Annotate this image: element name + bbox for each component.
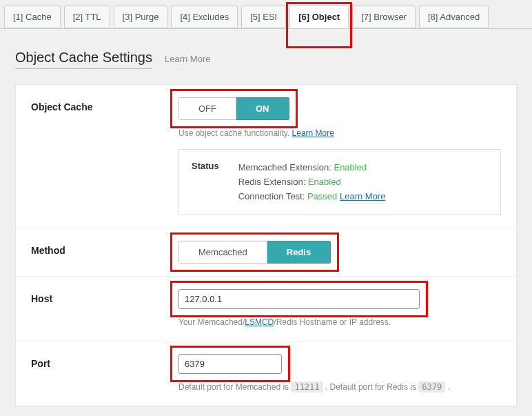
- lsmcd-link[interactable]: LSMCD: [245, 317, 274, 327]
- status-conn-label: Connection Test:: [238, 191, 307, 201]
- status-redis-value: Enabled: [308, 177, 341, 187]
- object-cache-off-button[interactable]: OFF: [178, 97, 236, 120]
- port-label: Port: [31, 354, 178, 369]
- object-cache-desc: Use object cache functionality. Learn Mo…: [178, 127, 501, 139]
- tab-browser[interactable]: [7] Browser: [352, 6, 416, 28]
- tab-purge[interactable]: [3] Purge: [114, 6, 168, 28]
- tab-excludes[interactable]: [4] Excludes: [171, 6, 238, 28]
- host-input[interactable]: [178, 289, 420, 309]
- tab-esi[interactable]: [5] ESI: [241, 6, 286, 28]
- learn-more-link[interactable]: Learn More: [165, 54, 210, 64]
- tab-advanced[interactable]: [8] Advanced: [419, 6, 489, 28]
- status-conn-value: Passed: [307, 191, 337, 201]
- memcached-default-port: 11211: [291, 382, 323, 393]
- status-redis-label: Redis Extension:: [238, 177, 308, 187]
- tab-object[interactable]: [6] Object: [289, 6, 349, 28]
- host-desc: Your Memcached/LSMCD/Redis Hostname or I…: [178, 316, 501, 328]
- method-toggle: Memcached Redis: [178, 241, 331, 264]
- method-redis-button[interactable]: Redis: [267, 241, 331, 264]
- port-input[interactable]: [178, 354, 282, 374]
- tab-ttl[interactable]: [2] TTL: [64, 6, 110, 28]
- object-cache-label: Object Cache: [31, 97, 178, 112]
- port-desc: Default port for Memcached is 11211 . De…: [178, 381, 501, 393]
- status-memcached-value: Enabled: [334, 162, 367, 172]
- status-learn-more-link[interactable]: Learn More: [340, 191, 385, 201]
- status-label: Status: [192, 161, 219, 171]
- status-box: Status Memcached Extension: Enabled Redi…: [178, 149, 501, 215]
- redis-default-port: 6379: [418, 382, 445, 393]
- object-cache-on-button[interactable]: ON: [236, 97, 289, 120]
- settings-tabs: [1] Cache [2] TTL [3] Purge [4] Excludes…: [0, 0, 532, 29]
- object-cache-toggle: OFF ON: [178, 97, 289, 120]
- status-memcached-label: Memcached Extension:: [238, 162, 334, 172]
- object-cache-learn-more-link[interactable]: Learn More: [292, 128, 334, 138]
- page-title: Object Cache Settings: [15, 50, 152, 69]
- settings-panel: Object Cache OFF ON Use object cache fun…: [15, 84, 517, 406]
- method-label: Method: [31, 241, 178, 256]
- method-memcached-button[interactable]: Memcached: [178, 241, 267, 264]
- host-label: Host: [31, 289, 178, 304]
- tab-cache[interactable]: [1] Cache: [4, 6, 61, 28]
